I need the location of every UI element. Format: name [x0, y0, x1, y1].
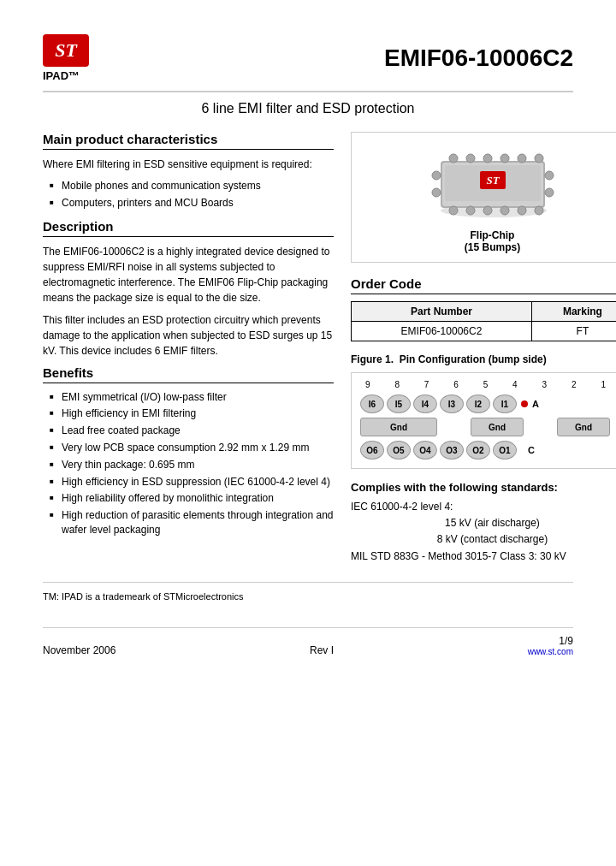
col-num: 7 [424, 380, 429, 389]
list-item: EMI symmetrical (I/O) low-pass filter [50, 390, 334, 405]
table-row: EMIF06-10006C2 FT [352, 322, 617, 341]
main-char-title: Main product characteristics [43, 132, 334, 150]
col-num: 6 [453, 380, 459, 389]
trademark-text: TM: IPAD is a trademeark of STMicroelect… [43, 591, 573, 602]
svg-point-11 [535, 154, 543, 163]
left-column: Main product characteristics Where EMI f… [43, 132, 334, 565]
svg-text:ST: ST [487, 174, 500, 187]
svg-point-16 [518, 206, 526, 215]
pin-cell: O1 [493, 441, 517, 460]
svg-point-8 [483, 154, 492, 163]
gnd-cell-3: Gnd [557, 418, 610, 436]
footer: November 2006 Rev I 1/9 www.st.com [43, 627, 573, 656]
row-c-label: C [528, 445, 535, 455]
pin-cell: I6 [360, 394, 384, 413]
benefits-title: Benefits [43, 365, 334, 383]
svg-point-17 [535, 206, 543, 215]
description-title: Description [43, 219, 334, 237]
order-code-section: Order Code Part Number Marking EMIF06-10… [351, 276, 616, 341]
gnd-cell-1: Gnd [360, 418, 437, 436]
ipad-label: IPAD™ [43, 69, 89, 82]
complies-text: IEC 61000-4-2 level 4: 15 kV (air discha… [351, 499, 616, 565]
st-logo: ST [43, 34, 89, 67]
col-num: 4 [512, 380, 518, 389]
pin-cell: I5 [387, 394, 411, 413]
pin-cell: O6 [360, 441, 384, 460]
list-item: High reduction of parasitic elements thr… [50, 508, 334, 537]
pin-cell: O4 [413, 441, 437, 460]
svg-point-13 [466, 206, 475, 215]
pin-cell: O5 [387, 441, 411, 460]
col-num: 8 [394, 380, 400, 389]
chip-label: Flip-Chip (15 Bumps) [465, 229, 520, 253]
svg-point-12 [449, 206, 458, 215]
footer-date: November 2006 [43, 644, 116, 656]
svg-point-20 [545, 171, 554, 180]
col-num: 1 [601, 380, 606, 389]
list-item: Lead free coated package [50, 424, 334, 438]
footer-website: www.st.com [528, 647, 573, 656]
pin-grid-container: 9 8 7 6 5 4 3 2 1 I6 I5 I4 I3 I2 [351, 372, 616, 469]
complies-title: Complies with the following standards: [351, 481, 616, 494]
subtitle: 6 line EMI filter and ESD protection [43, 101, 573, 116]
main-char-list: Mobile phones and communication systems … [43, 179, 334, 211]
order-col2-header: Marking [531, 302, 616, 322]
pin-cell: I2 [466, 394, 490, 413]
svg-point-9 [500, 154, 509, 163]
chip-image-area: ST [351, 132, 616, 263]
list-item: High efficiency in ESD suppression (IEC … [50, 475, 334, 489]
main-char-intro: Where EMI filtering in ESD sensitive equ… [43, 157, 334, 172]
svg-point-19 [432, 188, 441, 197]
col-num: 5 [483, 380, 489, 389]
row-a-label: A [532, 399, 539, 409]
pin-cell: I4 [413, 394, 437, 413]
part-number: EMIF06-10006C2 [384, 44, 573, 72]
list-item: High efficiency in EMI filtering [50, 406, 334, 421]
header: ST IPAD™ EMIF06-10006C2 [43, 34, 573, 92]
chip-illustration: ST [424, 145, 560, 222]
order-code-title: Order Code [351, 276, 616, 294]
list-item: Computers, printers and MCU Boards [50, 196, 334, 211]
order-col1-header: Part Number [352, 302, 532, 322]
benefits-list: EMI symmetrical (I/O) low-pass filter Hi… [43, 390, 334, 537]
svg-point-14 [483, 206, 492, 215]
col-num: 2 [572, 380, 577, 389]
logo-area: ST IPAD™ [43, 34, 89, 82]
footer-page: 1/9 [528, 635, 573, 647]
svg-point-6 [449, 154, 458, 163]
footer-rev: Rev I [310, 644, 334, 656]
complies-section: Complies with the following standards: I… [351, 481, 616, 565]
col-num: 9 [365, 380, 370, 389]
pin-cell: I1 [493, 394, 517, 413]
pin-cell: I3 [440, 394, 464, 413]
order-marking: FT [531, 322, 616, 341]
order-part: EMIF06-10006C2 [352, 322, 532, 341]
svg-point-15 [500, 206, 509, 215]
pin-cell: O3 [440, 441, 464, 460]
pin-config-title: Figure 1. Pin Configuration (bump side) [351, 353, 616, 365]
list-item: Mobile phones and communication systems [50, 179, 334, 193]
pin-cell: O2 [466, 441, 490, 460]
gnd-cell-2: Gnd [471, 418, 524, 436]
dot-red [521, 400, 528, 407]
col-num: 3 [542, 380, 548, 389]
svg-point-18 [432, 171, 441, 180]
description-para2: This filter includes an ESD protection c… [43, 312, 334, 359]
two-col-layout: Main product characteristics Where EMI f… [43, 132, 573, 565]
list-item: High reliability offered by monolithic i… [50, 491, 334, 506]
right-column: ST [351, 132, 616, 565]
svg-point-10 [518, 154, 526, 163]
page: ST IPAD™ EMIF06-10006C2 6 line EMI filte… [0, 0, 616, 866]
svg-point-21 [545, 188, 554, 197]
list-item: Very thin package: 0.695 mm [50, 458, 334, 472]
logo-text: ST [55, 39, 77, 62]
description-para1: The EMIF06-10006C2 is a highly integrate… [43, 244, 334, 305]
svg-point-7 [466, 154, 475, 163]
footer-divider [43, 582, 573, 583]
list-item: Very low PCB space consumption 2.92 mm x… [50, 441, 334, 455]
order-table: Part Number Marking EMIF06-10006C2 FT [351, 301, 616, 341]
